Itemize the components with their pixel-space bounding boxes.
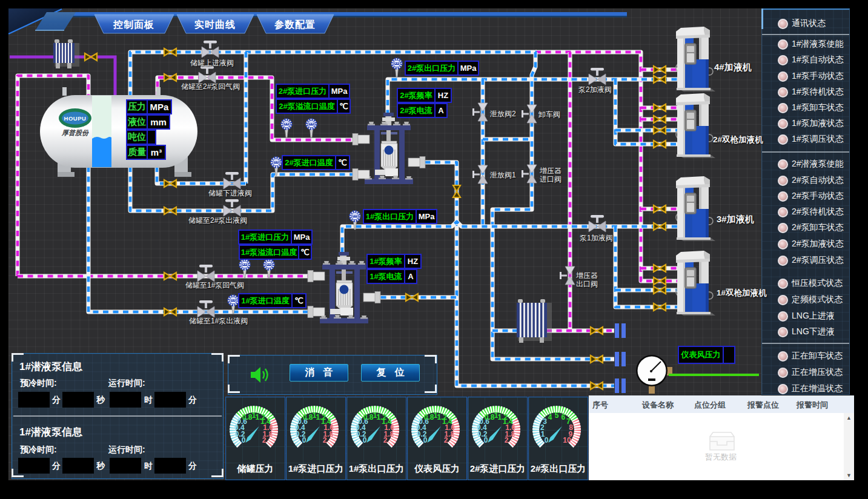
svg-text:5: 5 <box>555 411 559 420</box>
svg-text:控制面板: 控制面板 <box>113 19 154 30</box>
svg-text:0.8: 0.8 <box>485 413 495 421</box>
svg-text:2: 2 <box>262 436 267 444</box>
svg-text:2: 2 <box>383 436 388 444</box>
svg-text:4: 4 <box>548 413 552 421</box>
svg-text:10: 10 <box>563 436 571 444</box>
svg-text:0.8: 0.8 <box>303 413 313 421</box>
svg-text:实时曲线: 实时曲线 <box>194 19 236 30</box>
svg-text:6: 6 <box>562 413 566 421</box>
svg-text:2: 2 <box>505 436 509 444</box>
svg-text:0.8: 0.8 <box>424 413 434 421</box>
svg-text:2: 2 <box>323 436 327 444</box>
svg-text:0.8: 0.8 <box>363 413 374 421</box>
svg-text:2: 2 <box>444 436 448 444</box>
svg-text:3: 3 <box>543 417 547 426</box>
svg-text:0.8: 0.8 <box>242 413 253 421</box>
svg-text:HOUPU: HOUPU <box>64 115 87 122</box>
svg-text:0: 0 <box>545 436 549 444</box>
svg-text:厚普股份: 厚普股份 <box>61 129 89 136</box>
svg-text:参数配置: 参数配置 <box>274 19 316 30</box>
